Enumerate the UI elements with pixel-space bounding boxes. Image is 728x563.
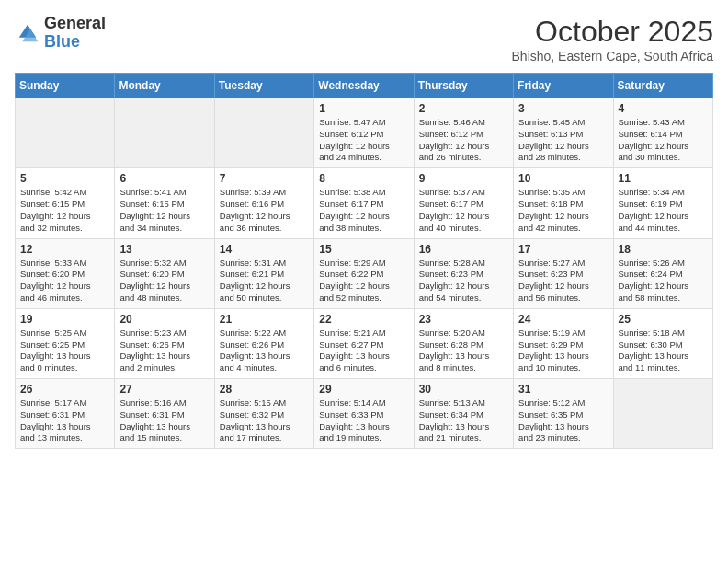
calendar-cell: 23Sunrise: 5:20 AM Sunset: 6:28 PM Dayli… [414,308,513,378]
cell-content: Sunrise: 5:45 AM Sunset: 6:13 PM Dayligh… [518,117,608,164]
day-number: 24 [518,313,608,326]
day-number: 11 [619,172,708,185]
cell-content: Sunrise: 5:41 AM Sunset: 6:15 PM Dayligh… [119,187,209,234]
calendar-cell: 30Sunrise: 5:13 AM Sunset: 6:34 PM Dayli… [414,379,513,449]
calendar-table: SundayMondayTuesdayWednesdayThursdayFrid… [15,73,713,449]
calendar-week-5: 26Sunrise: 5:17 AM Sunset: 6:31 PM Dayli… [16,379,713,449]
calendar-cell: 13Sunrise: 5:32 AM Sunset: 6:20 PM Dayli… [115,238,214,308]
cell-content: Sunrise: 5:37 AM Sunset: 6:17 PM Dayligh… [419,187,508,234]
day-number: 28 [220,383,309,396]
cell-content: Sunrise: 5:38 AM Sunset: 6:17 PM Dayligh… [319,187,408,234]
cell-content: Sunrise: 5:28 AM Sunset: 6:23 PM Dayligh… [419,258,508,304]
cell-content: Sunrise: 5:18 AM Sunset: 6:30 PM Dayligh… [619,327,708,374]
calendar-cell: 4Sunrise: 5:43 AM Sunset: 6:14 PM Daylig… [613,98,712,168]
cell-content: Sunrise: 5:13 AM Sunset: 6:34 PM Dayligh… [419,397,508,444]
day-number: 1 [319,102,408,115]
day-number: 29 [319,383,408,396]
calendar-cell: 8Sunrise: 5:38 AM Sunset: 6:17 PM Daylig… [314,168,414,238]
cell-content: Sunrise: 5:22 AM Sunset: 6:26 PM Dayligh… [220,327,309,374]
day-number: 2 [419,102,508,115]
cell-content: Sunrise: 5:26 AM Sunset: 6:24 PM Dayligh… [619,258,708,304]
calendar-week-1: 1Sunrise: 5:47 AM Sunset: 6:12 PM Daylig… [16,98,713,168]
cell-content: Sunrise: 5:20 AM Sunset: 6:28 PM Dayligh… [419,327,508,374]
day-header-tuesday: Tuesday [214,74,313,98]
calendar-cell: 11Sunrise: 5:34 AM Sunset: 6:19 PM Dayli… [613,168,712,238]
day-number: 21 [220,313,309,326]
day-number: 26 [20,383,109,396]
month-title: October 2025 [512,15,713,49]
cell-content: Sunrise: 5:47 AM Sunset: 6:12 PM Dayligh… [319,117,408,164]
calendar-cell: 7Sunrise: 5:39 AM Sunset: 6:16 PM Daylig… [214,168,313,238]
calendar-cell: 16Sunrise: 5:28 AM Sunset: 6:23 PM Dayli… [414,238,513,308]
day-number: 17 [518,243,608,256]
logo-icon [15,20,40,46]
day-number: 25 [619,313,708,326]
day-number: 19 [20,313,109,326]
calendar-cell: 24Sunrise: 5:19 AM Sunset: 6:29 PM Dayli… [514,308,613,378]
calendar-cell: 5Sunrise: 5:42 AM Sunset: 6:15 PM Daylig… [16,168,115,238]
day-header-saturday: Saturday [613,74,712,98]
cell-content: Sunrise: 5:16 AM Sunset: 6:31 PM Dayligh… [119,397,209,444]
day-number: 15 [319,243,408,256]
calendar-cell: 27Sunrise: 5:16 AM Sunset: 6:31 PM Dayli… [115,379,214,449]
day-number: 5 [20,172,109,185]
logo-general-text: General [44,14,106,32]
location-subtitle: Bhisho, Eastern Cape, South Africa [512,49,713,63]
calendar-cell: 14Sunrise: 5:31 AM Sunset: 6:21 PM Dayli… [214,238,313,308]
cell-content: Sunrise: 5:42 AM Sunset: 6:15 PM Dayligh… [20,187,109,234]
cell-content: Sunrise: 5:19 AM Sunset: 6:29 PM Dayligh… [518,327,608,374]
page-header: General Blue October 2025 Bhisho, Easter… [15,15,713,63]
day-number: 7 [220,172,309,185]
calendar-cell: 2Sunrise: 5:46 AM Sunset: 6:12 PM Daylig… [414,98,513,168]
cell-content: Sunrise: 5:31 AM Sunset: 6:21 PM Dayligh… [220,258,309,304]
calendar-cell: 25Sunrise: 5:18 AM Sunset: 6:30 PM Dayli… [613,308,712,378]
calendar-cell: 6Sunrise: 5:41 AM Sunset: 6:15 PM Daylig… [115,168,214,238]
cell-content: Sunrise: 5:21 AM Sunset: 6:27 PM Dayligh… [319,327,408,374]
day-number: 23 [419,313,508,326]
day-header-wednesday: Wednesday [314,74,414,98]
cell-content: Sunrise: 5:25 AM Sunset: 6:25 PM Dayligh… [20,327,109,374]
day-number: 22 [319,313,408,326]
calendar-cell: 19Sunrise: 5:25 AM Sunset: 6:25 PM Dayli… [16,308,115,378]
calendar-cell: 1Sunrise: 5:47 AM Sunset: 6:12 PM Daylig… [314,98,414,168]
day-number: 18 [619,243,708,256]
day-number: 20 [119,313,209,326]
cell-content: Sunrise: 5:27 AM Sunset: 6:23 PM Dayligh… [518,258,608,304]
calendar-cell: 10Sunrise: 5:35 AM Sunset: 6:18 PM Dayli… [514,168,613,238]
logo-blue-text: Blue [44,32,80,51]
cell-content: Sunrise: 5:32 AM Sunset: 6:20 PM Dayligh… [119,258,209,304]
calendar-cell: 26Sunrise: 5:17 AM Sunset: 6:31 PM Dayli… [16,379,115,449]
calendar-cell: 29Sunrise: 5:14 AM Sunset: 6:33 PM Dayli… [314,379,414,449]
cell-content: Sunrise: 5:43 AM Sunset: 6:14 PM Dayligh… [619,117,708,164]
calendar-week-3: 12Sunrise: 5:33 AM Sunset: 6:20 PM Dayli… [16,238,713,308]
day-header-thursday: Thursday [414,74,513,98]
calendar-cell: 9Sunrise: 5:37 AM Sunset: 6:17 PM Daylig… [414,168,513,238]
calendar-cell: 12Sunrise: 5:33 AM Sunset: 6:20 PM Dayli… [16,238,115,308]
day-number: 10 [518,172,608,185]
cell-content: Sunrise: 5:29 AM Sunset: 6:22 PM Dayligh… [319,258,408,304]
calendar-cell [16,98,115,168]
cell-content: Sunrise: 5:12 AM Sunset: 6:35 PM Dayligh… [518,397,608,444]
calendar-week-4: 19Sunrise: 5:25 AM Sunset: 6:25 PM Dayli… [16,308,713,378]
day-number: 4 [619,102,708,115]
calendar-week-2: 5Sunrise: 5:42 AM Sunset: 6:15 PM Daylig… [16,168,713,238]
cell-content: Sunrise: 5:33 AM Sunset: 6:20 PM Dayligh… [20,258,109,304]
calendar-cell: 3Sunrise: 5:45 AM Sunset: 6:13 PM Daylig… [514,98,613,168]
day-number: 30 [419,383,508,396]
calendar-cell [613,379,712,449]
calendar-cell: 20Sunrise: 5:23 AM Sunset: 6:26 PM Dayli… [115,308,214,378]
calendar-cell: 17Sunrise: 5:27 AM Sunset: 6:23 PM Dayli… [514,238,613,308]
cell-content: Sunrise: 5:35 AM Sunset: 6:18 PM Dayligh… [518,187,608,234]
calendar-cell [115,98,214,168]
day-number: 27 [119,383,209,396]
calendar-cell: 18Sunrise: 5:26 AM Sunset: 6:24 PM Dayli… [613,238,712,308]
day-number: 13 [119,243,209,256]
cell-content: Sunrise: 5:39 AM Sunset: 6:16 PM Dayligh… [220,187,309,234]
cell-content: Sunrise: 5:17 AM Sunset: 6:31 PM Dayligh… [20,397,109,444]
day-number: 16 [419,243,508,256]
day-header-monday: Monday [115,74,214,98]
calendar-header-row: SundayMondayTuesdayWednesdayThursdayFrid… [16,74,713,98]
calendar-cell: 15Sunrise: 5:29 AM Sunset: 6:22 PM Dayli… [314,238,414,308]
calendar-cell: 31Sunrise: 5:12 AM Sunset: 6:35 PM Dayli… [514,379,613,449]
calendar-cell: 22Sunrise: 5:21 AM Sunset: 6:27 PM Dayli… [314,308,414,378]
